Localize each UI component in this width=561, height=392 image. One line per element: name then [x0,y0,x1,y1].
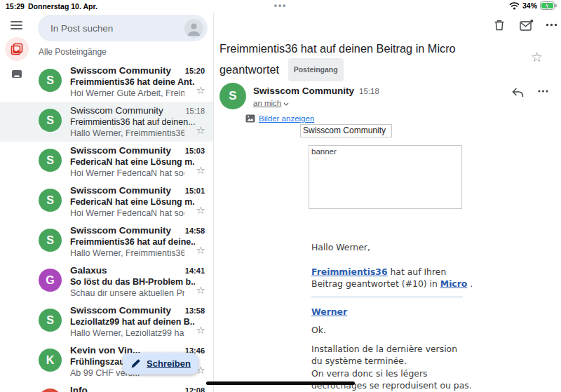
mail-time: 15:03 [185,147,205,155]
image-alt-tooltip: Swisscom Community [300,124,392,137]
mail-row[interactable]: I Info... 12:08 [0,381,214,392]
compose-button[interactable]: Schreiben [123,353,198,374]
star-icon[interactable]: ☆ [196,205,205,215]
sender-avatar: G [39,269,62,292]
sender-name: Galaxus [70,265,186,276]
mail-preview: Hoi Werner Gute Arbeit, Freimm... [70,88,184,98]
mail-subject: FedericaN hat eine Lösung m... [70,157,195,167]
sender-name: Swisscom Community [70,225,186,236]
werner-link[interactable]: Werner [311,306,347,317]
battery-percent: 34% [522,1,537,10]
mail-row[interactable]: S Swisscom Community 15:20 Freimmientis3… [0,62,214,102]
search-input[interactable]: In Post suchen [38,15,208,41]
inbox-badge: Posteingang [288,58,344,81]
mail-list-pane: In Post suchen Alle Posteingänge S Swiss… [0,13,214,392]
mail-row[interactable]: G Galaxus 14:41 So löst du das BH-Proble… [0,262,214,302]
banner-image-placeholder: banner [309,145,462,209]
star-icon[interactable]: ☆ [196,165,205,175]
sender-avatar: S [39,189,62,212]
clock: 15:29 [6,2,25,11]
star-icon[interactable]: ☆ [196,285,205,295]
mail-preview: Hallo Werner, Leziollatz99 hat a... [70,328,184,338]
mail-subject: FedericaN hat eine Lösung m... [70,197,195,207]
status-date: Donnerstag 10. Apr. [28,2,97,11]
email-body: Hallo Werner, Freimmientis36 hat auf Ihr… [311,241,491,392]
mail-time: 15:18 [185,107,205,115]
message-sender: Swisscom Community15:18 [253,86,379,96]
mail-preview: Schau dir unsere aktuellen Prod... [70,288,184,298]
mail-row[interactable]: S Swisscom Community 13:58 Leziollatz99 … [0,302,214,342]
message-avatar: S [219,83,246,109]
mail-preview: Hallo Werner, Freimmientis36 h... [70,248,184,258]
sender-name: Swisscom Community [70,65,186,76]
battery-icon [540,1,557,10]
mail-time: 13:58 [185,306,205,315]
multitasking-handle[interactable]: ••• [274,1,288,11]
more-options-icon[interactable] [546,23,557,27]
sender-name: Swisscom Community [70,305,186,316]
reply-icon[interactable] [511,87,525,98]
sender-name: Swisscom Community [70,145,186,156]
sender-name: Swisscom Community [70,105,186,116]
body-paragraph: Freimmientis36 hat auf Ihren Beitrag gea… [311,266,491,290]
pencil-icon [130,358,141,369]
wifi-icon [509,2,520,10]
star-icon[interactable]: ☆ [196,245,205,255]
sender-name: Info... [70,385,186,392]
all-inboxes-icon[interactable] [5,37,29,61]
mail-row-selected[interactable]: S Swisscom Community 15:18 Freimmientis3… [0,102,214,142]
star-icon[interactable]: ☆ [196,125,205,135]
mail-subject: Freimmientis36 hat deine Ant... [70,77,195,87]
mail-subject: So löst du das BH-Problem b... [70,277,195,287]
sender-avatar: S [39,109,62,132]
account-avatar[interactable] [184,19,203,38]
sender-avatar: S [39,149,62,172]
user-link[interactable]: Freimmientis36 [311,266,388,277]
mail-subject: Leziollatz99 hat auf deinen B... [70,317,195,327]
mail-subject: Freimmientis36 hat auf deine... [70,237,195,247]
inbox-section-label: Alle Posteingänge [39,47,107,57]
sender-name: Swisscom Community [70,185,186,196]
mail-time: 14:41 [185,266,205,275]
home-indicator[interactable] [206,381,355,385]
mail-row[interactable]: S Swisscom Community 15:03 FedericaN hat… [0,142,214,182]
mail-time: 14:58 [185,227,205,235]
gmail-ipad-screen: 15:29 Donnerstag 10. Apr. 34% In Post su… [0,0,561,392]
subject-block: Freimmientis36 hat auf deinen Beitrag in… [219,39,500,81]
message-time: 15:18 [359,87,379,95]
image-icon [245,114,255,123]
mail-row[interactable]: S Swisscom Community 14:58 Freimmientis3… [0,222,214,262]
mail-preview: Hoi Werner FedericaN hat soeb... [70,168,184,178]
delete-icon[interactable] [493,19,506,32]
compose-label: Schreiben [147,358,191,369]
sender-avatar: S [39,69,62,92]
show-images-label[interactable]: Bilder anzeigen [259,114,314,123]
star-icon[interactable]: ☆ [196,85,205,95]
mail-time: 12:08 [185,386,205,392]
mail-row[interactable]: S Swisscom Community 15:01 FedericaN hat… [0,182,214,222]
topic-link[interactable]: Micro [440,278,468,289]
body-ok: Ok. [311,324,491,337]
menu-icon[interactable] [11,21,22,30]
reading-pane: Freimmientis36 hat auf deinen Beitrag in… [214,13,561,392]
show-images-link[interactable]: Bilder anzeigen [245,114,314,123]
sender-avatar: K [39,349,62,372]
sender-avatar: S [39,229,62,252]
sender-avatar: I [39,388,62,392]
sender-avatar: S [39,309,62,332]
body-divider [311,297,463,297]
mail-subject: Freimmientis36 hat auf deinen... [70,117,195,127]
mark-unread-icon[interactable] [520,19,534,32]
subject-star-icon[interactable]: ☆ [531,49,543,65]
search-placeholder: In Post suchen [50,23,184,34]
star-icon[interactable]: ☆ [196,325,205,335]
mail-time: 15:20 [185,67,205,75]
recipient-toggle[interactable]: an mich [253,99,289,107]
message-more-icon[interactable] [538,90,548,93]
body-greeting: Hallo Werner, [311,241,491,254]
mail-preview: Hoi Werner FedericaN hat soeb... [70,208,184,218]
mail-preview: Hallo Werner, Freimmientis36 h... [70,128,184,138]
mail-time: 15:01 [185,187,205,195]
